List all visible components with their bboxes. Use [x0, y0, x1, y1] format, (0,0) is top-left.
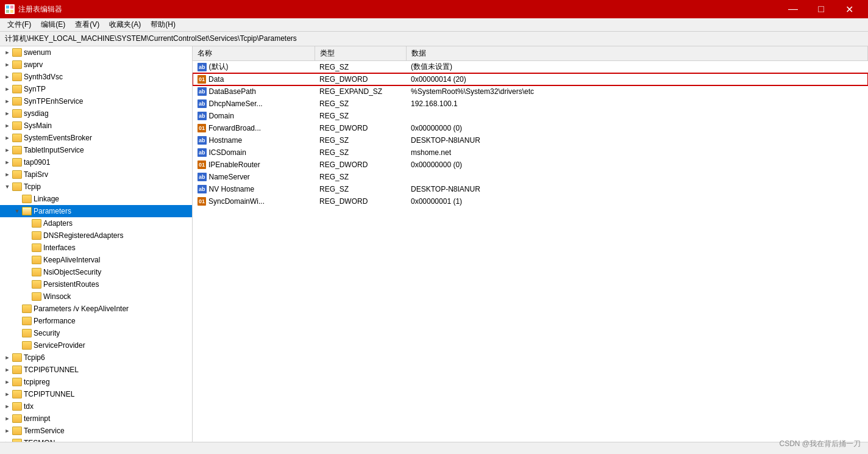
tree-item-Performance[interactable]: Performance [0, 315, 192, 327]
tree-item-tdx[interactable]: ►tdx [0, 400, 192, 413]
folder-icon-TESMON [12, 439, 22, 442]
maximize-button[interactable]: □ [807, 0, 835, 18]
tree-expander-ServiceProvider[interactable] [12, 340, 22, 350]
tree-expander-Security[interactable] [12, 328, 22, 338]
tree-item-SystemEventsBroker[interactable]: ►SystemEventsBroker [0, 132, 192, 144]
table-row-11[interactable]: 01SyncDomainWi...REG_DWORD0x00000001 (1) [193, 195, 868, 207]
tree-item-terminpt[interactable]: ►terminpt [0, 413, 192, 425]
table-row-7[interactable]: abICSDomainREG_SZmshome.net [193, 146, 868, 159]
tree-expander-Linkage[interactable] [12, 194, 22, 204]
tree-expander-Interfaces[interactable] [22, 243, 32, 253]
tree-item-Parameters_v[interactable]: Parameters /v KeepAliveInter [0, 303, 192, 315]
table-row-1[interactable]: 01DataREG_DWORD0x00000014 (20) [193, 73, 868, 85]
svg-rect-0 [6, 5, 9, 9]
tree-expander-swprv[interactable]: ► [2, 60, 12, 70]
tree-expander-TapiSrv[interactable]: ► [2, 170, 12, 179]
tree-item-TESMON[interactable]: ►TESMON [0, 437, 192, 442]
table-row-8[interactable]: 01IPEnableRouterREG_DWORD0x00000000 (0) [193, 159, 868, 171]
tree-item-Tcpip[interactable]: ▼Tcpip [0, 181, 192, 193]
tree-expander-SystemEventsBroker[interactable]: ► [2, 133, 12, 143]
cell-name-1: 01Data [193, 73, 315, 85]
tree-expander-PersistentRoutes[interactable] [22, 279, 32, 289]
tree-expander-sysdiag[interactable]: ► [2, 109, 12, 118]
folder-icon-Tcpip6 [12, 353, 22, 362]
tree-expander-Parameters_v[interactable] [12, 304, 22, 314]
tree-expander-Synth3dVsc[interactable]: ► [2, 72, 12, 82]
table-row-9[interactable]: abNameServerREG_SZ [193, 171, 868, 183]
tree-expander-Tcpip[interactable]: ▼ [2, 182, 12, 192]
tree-expander-TermService[interactable]: ► [2, 426, 12, 436]
tree-label-Adapters: Adapters [43, 219, 73, 228]
tree-expander-swenum[interactable]: ► [2, 48, 12, 57]
tree-item-TCPIPTUNNEL[interactable]: ►TCPIPTUNNEL [0, 388, 192, 400]
tree-item-Interfaces[interactable]: Interfaces [0, 242, 192, 254]
tree-expander-tcpipreg[interactable]: ► [2, 377, 12, 387]
table-row-6[interactable]: abHostnameREG_SZDESKTOP-N8IANUR [193, 134, 868, 146]
col-header-data[interactable]: 数据 [406, 46, 868, 61]
tree-item-TCPIP6TUNNEL[interactable]: ►TCPIP6TUNNEL [0, 364, 192, 376]
tree-item-SynTP[interactable]: ►SynTP [0, 83, 192, 95]
table-row-2[interactable]: abDataBasePathREG_EXPAND_SZ%SystemRoot%\… [193, 85, 868, 98]
tree-expander-Winsock[interactable] [22, 292, 32, 301]
tree-label-SynTPEnhService: SynTPEnhService [24, 97, 83, 106]
tree-expander-TCPIPTUNNEL[interactable]: ► [2, 389, 12, 399]
tree-expander-DNSRegisteredAdapters[interactable] [22, 231, 32, 240]
tree-item-Parameters[interactable]: ▼Parameters [0, 205, 192, 217]
tree-label-Synth3dVsc: Synth3dVsc [24, 73, 63, 81]
tree-item-SysMain[interactable]: ►SysMain [0, 120, 192, 132]
tree-item-Synth3dVsc[interactable]: ►Synth3dVsc [0, 71, 192, 83]
tree-expander-terminpt[interactable]: ► [2, 414, 12, 423]
menu-item-E[interactable]: 编辑(E) [36, 18, 70, 31]
tree-item-ServiceProvider[interactable]: ServiceProvider [0, 339, 192, 351]
tree-expander-TCPIP6TUNNEL[interactable]: ► [2, 365, 12, 375]
tree-expander-Tcpip6[interactable]: ► [2, 353, 12, 362]
tree-expander-TabletInputService[interactable]: ► [2, 145, 12, 155]
tree-item-KeepAliveInterval[interactable]: KeepAliveInterval [0, 254, 192, 266]
tree-expander-tdx[interactable]: ► [2, 402, 12, 411]
tree-item-TapiSrv[interactable]: ►TapiSrv [0, 168, 192, 181]
tree-expander-Performance[interactable] [12, 316, 22, 326]
tree-expander-SynTPEnhService[interactable]: ► [2, 96, 12, 106]
menu-item-F[interactable]: 文件(F) [2, 18, 36, 31]
tree-item-tcpipreg[interactable]: ►tcpipreg [0, 376, 192, 388]
tree-item-NsiObjectSecurity[interactable]: NsiObjectSecurity [0, 266, 192, 278]
tree-expander-KeepAliveInterval[interactable] [22, 255, 32, 265]
col-header-name[interactable]: 名称 [193, 46, 315, 61]
tree-expander-tap0901[interactable]: ► [2, 157, 12, 167]
cell-name-6: abHostname [193, 134, 315, 146]
table-row-10[interactable]: abNV HostnameREG_SZDESKTOP-N8IANUR [193, 183, 868, 195]
table-row-0[interactable]: ab(默认)REG_SZ(数值未设置) [193, 61, 868, 73]
minimize-button[interactable]: — [779, 0, 807, 18]
tree-item-tap0901[interactable]: ►tap0901 [0, 156, 192, 168]
tree-expander-TESMON[interactable]: ► [2, 438, 12, 442]
tree-item-Adapters[interactable]: Adapters [0, 217, 192, 229]
reg-type-icon-11: 01 [197, 197, 206, 206]
menu-item-H[interactable]: 帮助(H) [146, 18, 180, 31]
tree-item-Tcpip6[interactable]: ►Tcpip6 [0, 351, 192, 364]
tree-panel[interactable]: ►swenum►swprv►Synth3dVsc►SynTP►SynTPEnhS… [0, 46, 193, 442]
tree-expander-NsiObjectSecurity[interactable] [22, 267, 32, 277]
table-row-5[interactable]: 01ForwardBroad...REG_DWORD0x00000000 (0) [193, 122, 868, 134]
tree-item-swenum[interactable]: ►swenum [0, 46, 192, 59]
tree-item-swprv[interactable]: ►swprv [0, 59, 192, 71]
tree-expander-SysMain[interactable]: ► [2, 121, 12, 131]
col-header-type[interactable]: 类型 [315, 46, 406, 61]
tree-item-SynTPEnhService[interactable]: ►SynTPEnhService [0, 95, 192, 107]
tree-item-Winsock[interactable]: Winsock [0, 290, 192, 303]
tree-item-TermService[interactable]: ►TermService [0, 425, 192, 437]
menu-item-V[interactable]: 查看(V) [70, 18, 104, 31]
table-row-4[interactable]: abDomainREG_SZ [193, 110, 868, 122]
reg-type-icon-0: ab [197, 63, 207, 71]
tree-expander-SynTP[interactable]: ► [2, 84, 12, 94]
menu-item-A[interactable]: 收藏夹(A) [104, 18, 146, 31]
tree-item-Security[interactable]: Security [0, 327, 192, 339]
tree-item-Linkage[interactable]: Linkage [0, 193, 192, 205]
table-row-3[interactable]: abDhcpNameSer...REG_SZ192.168.100.1 [193, 98, 868, 110]
tree-expander-Adapters[interactable] [22, 218, 32, 228]
tree-expander-Parameters[interactable]: ▼ [12, 206, 22, 216]
tree-item-DNSRegisteredAdapters[interactable]: DNSRegisteredAdapters [0, 229, 192, 242]
close-button[interactable]: ✕ [835, 0, 863, 18]
tree-item-PersistentRoutes[interactable]: PersistentRoutes [0, 278, 192, 290]
tree-item-TabletInputService[interactable]: ►TabletInputService [0, 144, 192, 156]
tree-item-sysdiag[interactable]: ►sysdiag [0, 107, 192, 120]
